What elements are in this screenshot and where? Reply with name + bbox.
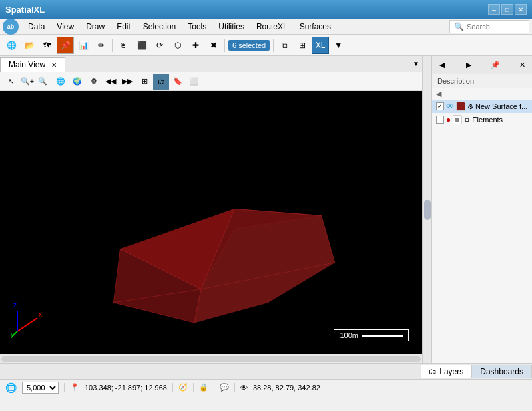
axes-svg: x z y (11, 298, 51, 338)
tb-select-btn[interactable]: ⬛ (133, 37, 150, 54)
layers-panel: ✓ 👁 ⚙ New Surface f... ● ⚙ Elements (432, 100, 532, 363)
menu-tools[interactable]: Tools (182, 21, 212, 33)
selected-badge: 6 selected (228, 40, 270, 51)
layer-checkbox-surface[interactable]: ✓ (436, 102, 444, 110)
vertical-scrollbar[interactable] (423, 56, 432, 363)
lock-icon: 🔒 (199, 383, 208, 392)
tb-file-btn[interactable]: 📂 (21, 37, 38, 54)
vt-left-nav-btn[interactable]: ◀◀ (103, 74, 119, 90)
menu-utilities[interactable]: Utilities (213, 21, 250, 33)
tab-close-icon[interactable]: ✕ (51, 61, 57, 69)
vt-cursor-btn[interactable]: ↖ (3, 74, 19, 90)
dashboards-tab[interactable]: Dashboards (472, 365, 532, 378)
main-view-tab[interactable]: Main View ✕ (0, 57, 65, 72)
vt-grid-btn[interactable]: ⊞ (136, 74, 152, 90)
panel-prev-btn[interactable]: ◀ (436, 59, 448, 71)
svg-text:x: x (39, 311, 42, 318)
tb-pen-btn[interactable]: ✏ (93, 37, 110, 54)
menu-surfaces[interactable]: Surfaces (294, 21, 336, 33)
elements-icon-extra: ⚙ (464, 116, 470, 124)
tb-cross-btn[interactable]: ✚ (187, 37, 204, 54)
menu-draw[interactable]: Draw (81, 21, 110, 33)
vt-globe-btn[interactable]: 🌐 (53, 74, 69, 90)
tb-pointer-btn[interactable]: 🖱 (115, 37, 132, 54)
shape-canvas (0, 91, 422, 354)
title-bar: SpatialXL – □ ✕ (0, 0, 532, 19)
tb-grid-btn[interactable]: ⊞ (294, 37, 311, 54)
main-content: Main View ✕ ▼ ↖ 🔍+ 🔍- 🌐 🌍 ⚙ ◀◀ ▶▶ ⊞ 🗂 🔖 … (0, 56, 532, 363)
search-input[interactable] (467, 23, 520, 31)
coordinates-text: 103.348; -21.897; 12.968 (85, 384, 167, 392)
vt-layer-btn[interactable]: 🗂 (153, 74, 169, 90)
surface-icon-extra: ⚙ (467, 103, 473, 110)
right-panel-header: ◀ ▶ 📌 ✕ (432, 56, 532, 74)
tb-separator-1 (112, 39, 113, 52)
app-title: SpatialXL (5, 5, 45, 15)
menu-data[interactable]: Data (23, 21, 50, 33)
tb-separator-3 (273, 39, 274, 52)
tb-table-btn[interactable]: XL (312, 37, 329, 54)
status-bar: 🌐 5,000 📍 103.348; -21.897; 12.968 🧭 🔒 💬… (0, 379, 532, 395)
layer-checkbox-elements[interactable] (436, 116, 444, 124)
maximize-button[interactable]: □ (501, 4, 513, 15)
tab-dropdown-icon[interactable]: ▼ (413, 60, 419, 67)
main-toolbar: 🌐 📂 🗺 📌 📊 ✏ 🖱 ⬛ ⟳ ⬡ ✚ ✖ 6 selected ⧉ ⊞ X… (0, 35, 532, 56)
zoom-select[interactable]: 5,000 (22, 382, 59, 394)
window-controls: – □ ✕ (488, 4, 527, 15)
tb-separator-2 (224, 39, 225, 52)
axes-indicator: x z y (11, 298, 51, 340)
vt-bookmark-btn[interactable]: 🔖 (170, 74, 186, 90)
status-divider-4 (214, 383, 214, 392)
panel-close-btn[interactable]: ✕ (516, 59, 528, 71)
tb-copy-btn[interactable]: ⧉ (276, 37, 293, 54)
bottom-tabs: 🗂 Layers Dashboards (0, 363, 532, 379)
vt-settings-btn[interactable]: ⚙ (86, 74, 102, 90)
tb-map-btn[interactable]: 🗺 (39, 37, 56, 54)
tb-chart-btn[interactable]: 📊 (75, 37, 92, 54)
layer-item-surface[interactable]: ✓ 👁 ⚙ New Surface f... (432, 100, 532, 113)
search-icon: 🔍 (454, 22, 464, 31)
status-divider-3 (193, 383, 194, 392)
panel-pin-btn[interactable]: 📌 (489, 59, 501, 71)
status-divider-5 (234, 383, 235, 392)
scroll-thumb[interactable] (424, 200, 431, 220)
svg-text:z: z (13, 301, 17, 309)
vt-zoom-in-btn[interactable]: 🔍+ (19, 74, 35, 90)
menu-view[interactable]: View (51, 21, 79, 33)
scale-bar: 100m (334, 329, 409, 341)
scroll-track[interactable] (1, 356, 421, 362)
location-icon: 📍 (70, 383, 79, 392)
viewport[interactable]: x z y 100m (0, 91, 422, 354)
layers-tab[interactable]: 🗂 Layers (421, 365, 472, 378)
menu-edit[interactable]: Edit (111, 21, 136, 33)
tb-pin-btn[interactable]: 📌 (57, 37, 74, 54)
vt-square-btn[interactable]: ⬜ (186, 74, 202, 90)
panel-next-btn[interactable]: ▶ (463, 59, 475, 71)
layer-name-surface: New Surface f... (475, 102, 527, 110)
vt-zoom-out-btn[interactable]: 🔍- (36, 74, 52, 90)
horizontal-scrollbar[interactable] (0, 354, 422, 363)
menu-routexl[interactable]: RouteXL (251, 21, 293, 33)
layer-item-elements[interactable]: ● ⚙ Elements (432, 113, 532, 126)
tb-x-btn[interactable]: ✖ (205, 37, 222, 54)
vt-earth-btn[interactable]: 🌍 (69, 74, 85, 90)
minimize-button[interactable]: – (488, 4, 500, 15)
view-panel: Main View ✕ ▼ ↖ 🔍+ 🔍- 🌐 🌍 ⚙ ◀◀ ▶▶ ⊞ 🗂 🔖 … (0, 56, 423, 363)
status-divider-2 (172, 383, 173, 392)
message-icon: 💬 (220, 383, 229, 392)
layer-eye-surface[interactable]: 👁 (446, 102, 454, 111)
compass-icon: 🧭 (178, 383, 188, 392)
layer-collapse-btn[interactable]: ◀ (432, 88, 532, 100)
close-button[interactable]: ✕ (515, 4, 527, 15)
tb-globe-btn[interactable]: 🌐 (3, 37, 20, 54)
svg-line-12 (17, 318, 37, 331)
menu-bar: ab Data View Draw Edit Selection Tools U… (0, 19, 532, 35)
layer-eye-elements[interactable]: ● (446, 115, 451, 124)
status-divider-1 (64, 383, 65, 392)
tb-poly-btn[interactable]: ⬡ (169, 37, 186, 54)
menu-selection[interactable]: Selection (138, 21, 181, 33)
vt-right-nav-btn[interactable]: ▶▶ (119, 74, 136, 90)
tb-dropdown-btn[interactable]: ▼ (330, 37, 347, 54)
tb-lasso-btn[interactable]: ⟳ (151, 37, 168, 54)
layer-name-elements: Elements (472, 116, 503, 124)
